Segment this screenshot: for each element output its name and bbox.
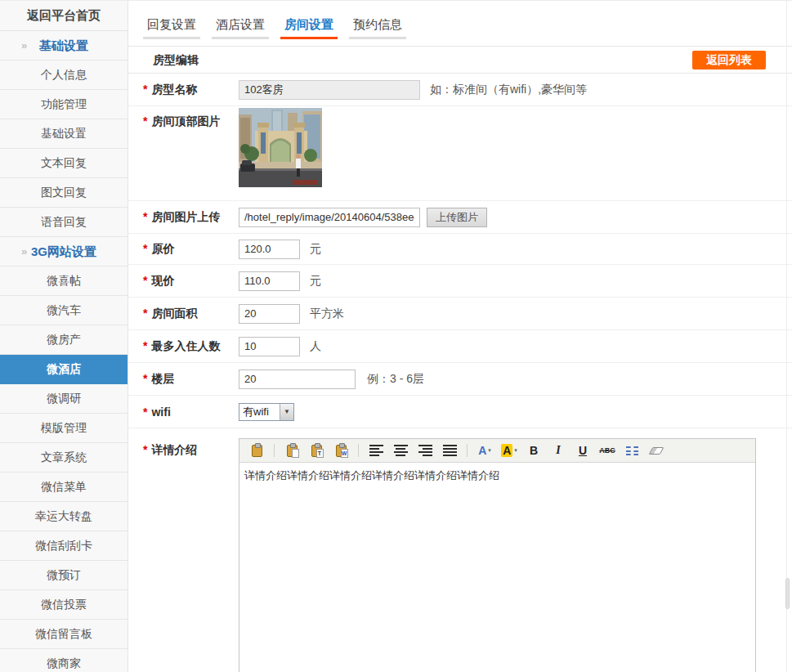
sidebar-item-3[interactable]: 基础设置 <box>0 119 128 149</box>
paste-text-icon[interactable]: T <box>307 441 326 459</box>
sidebar-item-label: 微房产 <box>47 333 81 346</box>
form-row-room-area: *房间面积 平方米 <box>128 298 792 330</box>
sidebar-item-21[interactable]: 微商家 <box>0 649 128 672</box>
bold-icon[interactable]: B <box>524 441 544 459</box>
paste-plain-icon[interactable] <box>282 441 302 459</box>
room-area-input[interactable] <box>239 304 300 324</box>
tab-1[interactable]: 酒店设置 <box>212 17 269 39</box>
sidebar-item-19[interactable]: 微信投票 <box>0 590 128 620</box>
image-path-input[interactable] <box>239 208 420 227</box>
required-asterisk: * <box>143 274 147 287</box>
toolbar-separator <box>358 444 359 457</box>
required-asterisk: * <box>143 443 147 456</box>
sidebar-item-label: 图文回复 <box>41 186 87 199</box>
sidebar-item-label: 文章系统 <box>41 450 87 464</box>
sidebar-nav: »基础设置个人信息功能管理基础设置文本回复图文回复语音回复»3G网站设置微喜帖微… <box>0 31 128 672</box>
required-asterisk: * <box>143 114 147 128</box>
dropdown-caret-icon: ▾ <box>514 447 517 454</box>
required-asterisk: * <box>143 83 147 96</box>
field-label: *最多入住人数 <box>143 339 239 354</box>
editor-toolbar: TWA▾A▾BIUABC <box>239 439 755 463</box>
required-asterisk: * <box>143 405 147 419</box>
sidebar-item-8[interactable]: 微喜帖 <box>0 267 128 296</box>
sidebar-item-10[interactable]: 微房产 <box>0 325 128 355</box>
field-label: *房间面积 <box>143 307 239 321</box>
sidebar-item-14[interactable]: 文章系统 <box>0 443 128 473</box>
sidebar-item-5[interactable]: 图文回复 <box>0 178 128 208</box>
line-height-icon[interactable] <box>622 441 642 459</box>
sidebar-section-0[interactable]: »基础设置 <box>0 31 128 60</box>
highlight-color-icon[interactable]: A▾ <box>499 441 519 459</box>
field-label: *详情介绍 <box>143 443 239 458</box>
sidebar-item-11[interactable]: 微酒店 <box>0 355 128 384</box>
wifi-select[interactable]: 有wifi ▼ <box>239 403 294 421</box>
sidebar-home-link[interactable]: 返回平台首页 <box>0 1 128 31</box>
italic-icon[interactable]: I <box>548 441 568 459</box>
field-label: *房间顶部图片 <box>143 114 239 129</box>
room-top-image[interactable] <box>239 108 322 187</box>
field-label: *现价 <box>143 274 239 289</box>
sidebar-item-label: 功能管理 <box>41 97 87 110</box>
sidebar-item-9[interactable]: 微汽车 <box>0 296 128 325</box>
tab-2[interactable]: 房间设置 <box>280 17 338 39</box>
sidebar-item-1[interactable]: 个人信息 <box>0 60 128 90</box>
sidebar-item-4[interactable]: 文本回复 <box>0 149 128 178</box>
required-asterisk: * <box>143 210 147 223</box>
sidebar-item-20[interactable]: 微信留言板 <box>0 620 128 649</box>
form-row-original-price: *原价 元 <box>128 234 792 265</box>
page-title: 房型编辑 <box>153 47 199 74</box>
align-left-icon[interactable] <box>366 441 386 459</box>
max-guests-input[interactable] <box>239 337 300 356</box>
align-center-icon[interactable] <box>391 441 410 459</box>
dropdown-caret-icon: ▾ <box>488 447 491 454</box>
sidebar-item-12[interactable]: 微调研 <box>0 384 128 414</box>
required-asterisk: * <box>143 372 147 385</box>
sidebar-item-label: 基础设置 <box>39 38 88 52</box>
required-asterisk: * <box>143 307 147 320</box>
select-dropdown-icon[interactable]: ▼ <box>280 404 293 420</box>
page-scrollbar-thumb[interactable] <box>785 578 790 609</box>
sidebar-item-13[interactable]: 模版管理 <box>0 414 128 443</box>
back-to-list-button[interactable]: 返回列表 <box>692 51 766 69</box>
page-header: 房型编辑 返回列表 <box>128 47 792 74</box>
sidebar-section-7[interactable]: »3G网站设置 <box>0 237 128 267</box>
room-name-input[interactable] <box>239 80 420 100</box>
current-price-input[interactable] <box>239 271 300 291</box>
sidebar-item-2[interactable]: 功能管理 <box>0 90 128 119</box>
tab-3[interactable]: 预约信息 <box>349 17 406 39</box>
strike-icon[interactable]: ABC <box>597 441 617 459</box>
field-label: *房间图片上传 <box>143 210 239 225</box>
toolbar-separator <box>274 444 275 457</box>
align-justify-icon[interactable] <box>440 441 459 459</box>
upload-image-button[interactable]: 上传图片 <box>427 208 487 227</box>
form-row-max-guests: *最多入住人数 人 <box>128 330 792 363</box>
page-scrollbar-track[interactable] <box>786 1 790 672</box>
wifi-selected-value: 有wifi <box>239 405 280 419</box>
font-color-icon[interactable]: A▾ <box>475 441 494 459</box>
sidebar-item-16[interactable]: 幸运大转盘 <box>0 502 128 531</box>
section-chevron-icon: » <box>21 237 27 266</box>
sidebar-item-6[interactable]: 语音回复 <box>0 208 128 237</box>
required-asterisk: * <box>143 242 147 255</box>
rich-text-editor: TWA▾A▾BIUABC 详情介绍详情介绍详情介绍详情介绍详情介绍详情介绍 <box>239 438 756 672</box>
eraser-icon[interactable] <box>647 441 666 459</box>
editor-content[interactable]: 详情介绍详情介绍详情介绍详情介绍详情介绍详情介绍 <box>239 463 755 672</box>
sidebar-item-label: 微酒店 <box>47 362 81 375</box>
floor-hint: 例：3 - 6层 <box>367 372 424 387</box>
sidebar-item-label: 模版管理 <box>41 421 87 434</box>
paste-word-icon[interactable]: W <box>331 441 351 459</box>
sidebar-item-label: 语音回复 <box>41 215 87 228</box>
paste-icon[interactable] <box>247 441 266 459</box>
sidebar-item-15[interactable]: 微信菜单 <box>0 473 128 502</box>
original-price-input[interactable] <box>239 240 300 259</box>
tab-0[interactable]: 回复设置 <box>143 17 200 39</box>
sidebar-item-18[interactable]: 微预订 <box>0 561 128 590</box>
floor-input[interactable] <box>239 370 356 389</box>
sidebar-item-label: 个人信息 <box>41 68 87 81</box>
align-right-icon[interactable] <box>415 441 435 459</box>
current-price-unit: 元 <box>310 274 321 289</box>
underline-icon[interactable]: U <box>573 441 593 459</box>
sidebar-item-17[interactable]: 微信刮刮卡 <box>0 531 128 561</box>
field-label: *原价 <box>143 242 239 257</box>
max-guests-unit: 人 <box>310 339 321 354</box>
